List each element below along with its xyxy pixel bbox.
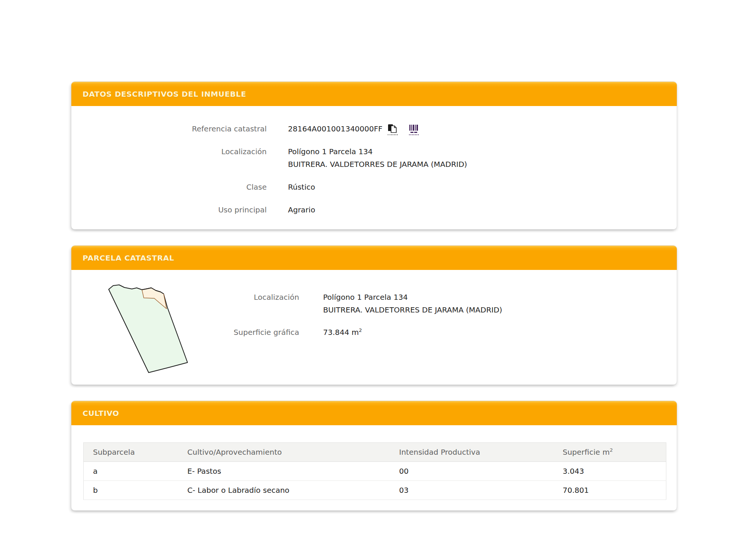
localizacion-line1: Polígono 1 Parcela 134: [288, 145, 467, 158]
parcela-header: PARCELA CATASTRAL: [71, 246, 677, 270]
cultivo-header: CULTIVO: [71, 401, 677, 425]
cell-superficie: 3.043: [554, 462, 666, 481]
parcela-localizacion-line1: Polígono 1 Parcela 134: [323, 291, 502, 304]
parcela-body: Localización Polígono 1 Parcela 134 BUIT…: [71, 270, 677, 385]
referencia-row: Referencia catastral 28164A001001340000F…: [71, 122, 677, 135]
parcela-localizacion-value: Polígono 1 Parcela 134 BUITRERA. VALDETO…: [323, 291, 502, 316]
cultivo-body: Subparcela Cultivo/Aprovechamiento Inten…: [71, 425, 677, 510]
cultivo-table-header-row: Subparcela Cultivo/Aprovechamiento Inten…: [84, 443, 666, 462]
localizacion-value: Polígono 1 Parcela 134 BUITRERA. VALDETO…: [288, 145, 467, 171]
cultivo-title: CULTIVO: [71, 409, 119, 418]
col-header-subparcela: Subparcela: [84, 443, 178, 462]
catastro-page: DATOS DESCRIPTIVOS DEL INMUEBLE Referenc…: [71, 81, 677, 526]
cultivo-table: Subparcela Cultivo/Aprovechamiento Inten…: [83, 442, 666, 500]
parcela-title: PARCELA CATASTRAL: [71, 253, 174, 262]
localizacion-row: Localización Polígono 1 Parcela 134 BUIT…: [71, 145, 677, 171]
parcel-map: [81, 273, 200, 382]
localizacion-label: Localización: [71, 145, 267, 171]
localizacion-line2: BUITRERA. VALDETORRES DE JARAMA (MADRID): [288, 158, 467, 171]
col-header-cultivo: Cultivo/Aprovechamiento: [178, 443, 390, 462]
parcela-localizacion-line2: BUITRERA. VALDETORRES DE JARAMA (MADRID): [323, 304, 502, 316]
copy-document-glyph: [388, 124, 398, 134]
table-row: b C- Labor o Labradío secano 03 70.801: [84, 481, 666, 500]
clase-row: Clase Rústico: [71, 181, 677, 193]
cell-cultivo: E- Pastos: [178, 462, 390, 481]
cell-cultivo: C- Labor o Labradío secano: [178, 481, 390, 500]
col-header-intensidad: Intensidad Productiva: [390, 443, 554, 462]
table-row: a E- Pastos 00 3.043: [84, 462, 666, 481]
cell-intensidad: 03: [390, 481, 554, 500]
uso-principal-row: Uso principal Agrario: [71, 203, 677, 216]
datos-title: DATOS DESCRIPTIVOS DEL INMUEBLE: [71, 90, 246, 99]
referencia-catastral-value: 28164A001001340000FF: [288, 122, 382, 135]
barcode-glyph: [409, 125, 419, 134]
copy-document-icon[interactable]: [388, 124, 398, 135]
superficie-superscript: 2: [359, 327, 362, 333]
section-datos-descriptivos: DATOS DESCRIPTIVOS DEL INMUEBLE Referenc…: [71, 81, 677, 230]
superficie-header-superscript: 2: [610, 447, 613, 453]
section-parcela-catastral: PARCELA CATASTRAL Localización Polígono …: [71, 245, 677, 385]
cell-subparcela: a: [84, 462, 178, 481]
referencia-value-group: 28164A001001340000FF: [288, 122, 419, 135]
barcode-icon[interactable]: [409, 125, 419, 135]
referencia-label: Referencia catastral: [71, 122, 267, 135]
datos-body: Referencia catastral 28164A001001340000F…: [71, 106, 677, 229]
datos-header: DATOS DESCRIPTIVOS DEL INMUEBLE: [71, 82, 677, 106]
cell-intensidad: 00: [390, 462, 554, 481]
clase-label: Clase: [71, 181, 267, 193]
col-header-superficie: Superficie m2: [554, 443, 666, 462]
superficie-grafica-value: 73.844 m2: [323, 326, 362, 339]
cell-subparcela: b: [84, 481, 178, 500]
cell-superficie: 70.801: [554, 481, 666, 500]
uso-principal-label: Uso principal: [71, 203, 267, 216]
section-cultivo: CULTIVO Subparcela Cultivo/Aprovechamien…: [71, 401, 677, 511]
uso-principal-value: Agrario: [288, 203, 315, 216]
clase-value: Rústico: [288, 181, 315, 193]
